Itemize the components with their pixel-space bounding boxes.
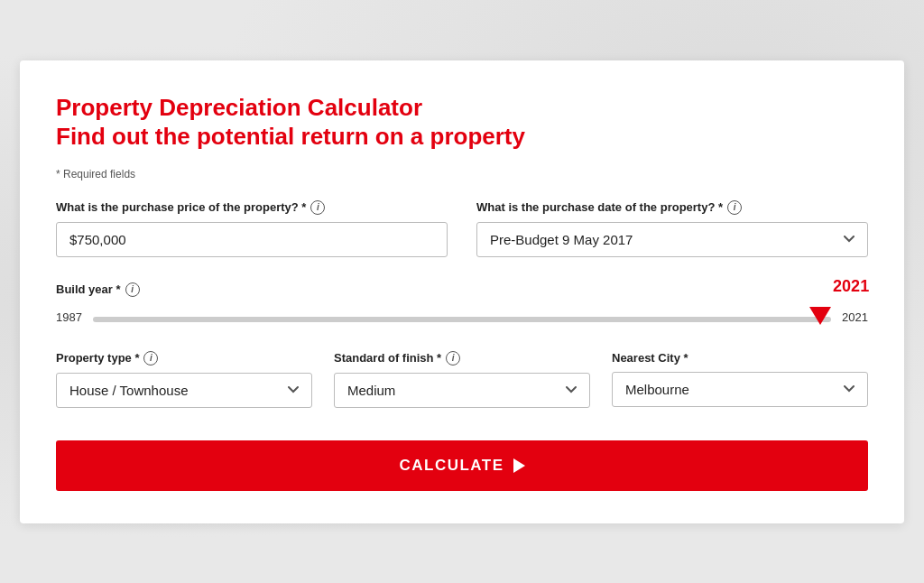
finish-label: Standard of finish * i bbox=[334, 351, 590, 366]
property-type-info-icon[interactable]: i bbox=[143, 351, 158, 366]
top-row: What is the purchase price of the proper… bbox=[56, 200, 868, 257]
purchase-date-select[interactable]: Pre-Budget 9 May 2017 Post-Budget 9 May … bbox=[476, 222, 868, 257]
slider-max-label: 2021 bbox=[842, 310, 868, 324]
purchase-date-group: What is the purchase date of the propert… bbox=[476, 200, 868, 257]
purchase-price-input[interactable] bbox=[56, 222, 448, 257]
build-year-info-icon[interactable]: i bbox=[125, 282, 140, 297]
slider-container: 1987 2021 2021 bbox=[56, 310, 868, 326]
property-type-group: Property type * i House / Townhouse Apar… bbox=[56, 351, 312, 408]
city-group: Nearest City * Melbourne Sydney Brisbane… bbox=[612, 351, 868, 408]
build-year-section: Build year * i 1987 2021 2021 bbox=[56, 282, 868, 326]
property-type-select[interactable]: House / Townhouse Apartment / Unit Comme… bbox=[56, 373, 312, 408]
finish-select[interactable]: Low Medium High bbox=[334, 373, 590, 408]
slider-tooltip: 2021 bbox=[833, 277, 869, 296]
dropdowns-row: Property type * i House / Townhouse Apar… bbox=[56, 351, 868, 408]
calculate-button[interactable]: CALCULATE bbox=[56, 440, 868, 491]
purchase-price-label: What is the purchase price of the proper… bbox=[56, 200, 448, 215]
build-year-label: Build year * i bbox=[56, 282, 868, 297]
slider-wrapper: 2021 bbox=[93, 310, 831, 326]
build-year-slider[interactable] bbox=[93, 317, 831, 322]
purchase-price-group: What is the purchase price of the proper… bbox=[56, 200, 448, 257]
play-icon bbox=[513, 458, 525, 473]
page-title: Property Depreciation Calculator Find ou… bbox=[56, 93, 868, 152]
finish-group: Standard of finish * i Low Medium High bbox=[334, 351, 590, 408]
purchase-price-info-icon[interactable]: i bbox=[310, 200, 325, 215]
required-note: * Required fields bbox=[56, 168, 868, 180]
purchase-date-label: What is the purchase date of the propert… bbox=[476, 200, 868, 215]
city-select[interactable]: Melbourne Sydney Brisbane Perth Adelaide… bbox=[612, 372, 868, 407]
finish-info-icon[interactable]: i bbox=[446, 351, 460, 366]
property-type-label: Property type * i bbox=[56, 351, 312, 366]
purchase-date-info-icon[interactable]: i bbox=[727, 200, 742, 215]
city-label: Nearest City * bbox=[612, 351, 868, 365]
slider-min-label: 1987 bbox=[56, 310, 82, 324]
calculate-label: CALCULATE bbox=[399, 457, 504, 475]
calculator-card: Property Depreciation Calculator Find ou… bbox=[20, 60, 904, 523]
